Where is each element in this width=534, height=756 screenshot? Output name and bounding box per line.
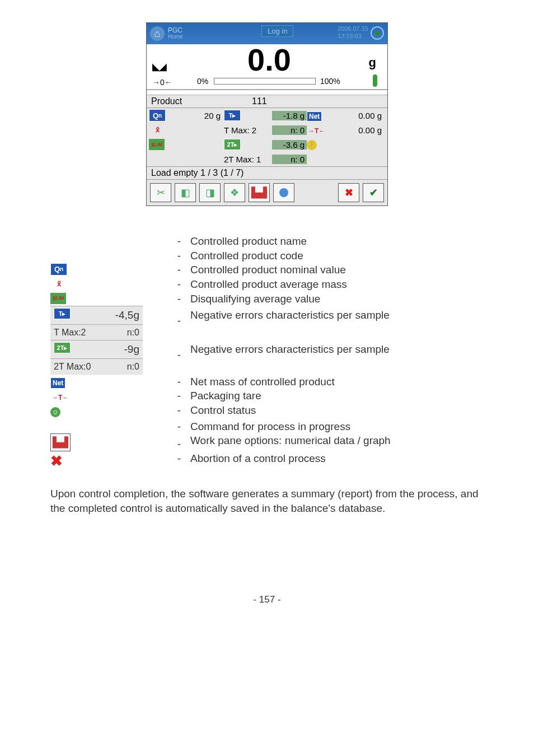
legend-tare-icon: →T← (50, 393, 70, 403)
legend-qn-icon: Qn (50, 263, 67, 276)
home-label: Home (168, 34, 183, 40)
chart-button[interactable]: ▙▟ (249, 183, 270, 202)
tmax-label: T Max: 2 (224, 125, 272, 135)
tplus-far-value: 0.00 g (330, 125, 387, 135)
legend-desc: Negative errors characteristics per samp… (190, 340, 484, 357)
legend-item: Controlled product average mass (190, 277, 484, 292)
t-plus-icon: →T← (307, 127, 326, 136)
paragraph: Upon control completion, the software ge… (50, 487, 484, 515)
mode-label: PGC (168, 27, 183, 34)
header-bar: ⌂ PGC Home Log in 2006.07.15 13:19:03 (147, 23, 387, 44)
legend-item: Controlled product nominal value (190, 263, 484, 277)
login-button[interactable]: Log in (261, 25, 293, 37)
page-number: - 157 - (50, 594, 484, 605)
app-screenshot: ⌂ PGC Home Log in 2006.07.15 13:19:03 ◣◢… (146, 22, 388, 206)
weight-value: 0.0 (247, 44, 291, 76)
thermometer-icon (373, 74, 377, 87)
legend-item: Abortion of a control process (190, 451, 484, 466)
2tmax-label: 2T Max: 1 (224, 155, 272, 164)
zero-marker: →0← (152, 78, 172, 87)
cancel-button[interactable]: ✖ (338, 183, 359, 202)
status-indicator-icon (371, 26, 384, 40)
data-block: Qn 20 g T▸ -1.8 g Net 0.00 g x̄ T Max: 2… (147, 108, 387, 166)
toolbar: ✂ ◧ ◨ ❖ ▙▟ ✖ ✔ (147, 179, 387, 206)
legend-item: Disqualifying average value (190, 292, 484, 306)
2tmax-n: n: 0 (272, 155, 307, 164)
fn1-button[interactable]: ◧ (175, 183, 196, 202)
legend-t-icon: T▸ (54, 308, 71, 319)
legend-item: Net mass of controlled product (190, 375, 484, 389)
legend-box1-n: n:0 (127, 326, 139, 339)
legend-2t-icon: 2T▸ (54, 342, 71, 353)
fn3-button[interactable]: ❖ (224, 183, 245, 202)
legend-abort-icon: ✖ (50, 451, 63, 471)
legend-desc: Negative errors characteristics per samp… (190, 306, 484, 323)
progress-left: 0% (197, 77, 208, 86)
legend: Qn x̄ x̄LIM ----- Controlled product nam… (50, 234, 484, 471)
product-code: 111 (252, 96, 267, 106)
qn-icon: Qn (149, 109, 166, 122)
fn2-button[interactable]: ◨ (199, 183, 221, 202)
progress-bar (214, 78, 316, 85)
record-button[interactable] (273, 183, 294, 202)
net-far-value: 0.00 g (330, 111, 387, 120)
legend-item: Controlled product code (190, 249, 484, 263)
tmax-n: n: 0 (272, 125, 307, 135)
legend-item: Controlled product name (190, 234, 484, 249)
legend-box1-val: -4,5g (115, 308, 139, 323)
legend-item: Packaging tare (190, 389, 484, 403)
progress-right: 100% (320, 77, 340, 86)
datetime: 2006.07.15 13:19:03 (338, 23, 368, 40)
legend-status-icon: ☺ (50, 407, 60, 417)
2t-value: -3.6 g (272, 140, 307, 150)
2t-to-icon: 2T▸ (224, 139, 241, 150)
xbar-icon: x̄ (149, 124, 166, 136)
weight-unit: g (369, 55, 376, 70)
net-icon: Net (307, 111, 322, 122)
load-status: Load empty 1 / 3 (1 / 7) (147, 166, 387, 179)
xlim-icon: x̄LIM (149, 139, 165, 150)
legend-box2-val: -9g (124, 342, 139, 357)
warn-icon: ! (307, 140, 317, 150)
legend-box2-label: 2T Max:0 (54, 361, 91, 373)
legend-xlim-icon: x̄LIM (50, 293, 66, 304)
legend-item: Control status (190, 403, 484, 418)
legend-xbar-icon: x̄ (50, 278, 67, 290)
legend-chart-icon: ▙▟ (50, 433, 71, 451)
product-row: Product 111 (147, 95, 387, 108)
t-value: -1.8 g (272, 111, 307, 120)
weight-readout: ◣◢ 0.0 g →0← 0% 100% (147, 44, 387, 90)
legend-net-icon: Net (50, 377, 65, 389)
confirm-button[interactable]: ✔ (363, 183, 384, 202)
tools-button[interactable]: ✂ (150, 183, 171, 202)
product-label: Product (151, 96, 252, 106)
home-icon[interactable]: ⌂ (150, 26, 165, 41)
legend-item: Command for process in progress (190, 419, 484, 434)
legend-box1-label: T Max:2 (54, 326, 86, 339)
level-icon: ◣◢ (152, 60, 166, 73)
legend-item: Work pane options: numerical data / grap… (190, 433, 484, 448)
qn-value: 20 g (182, 111, 224, 120)
t-to-icon: T▸ (224, 110, 241, 121)
legend-box2-n: n:0 (127, 361, 139, 373)
